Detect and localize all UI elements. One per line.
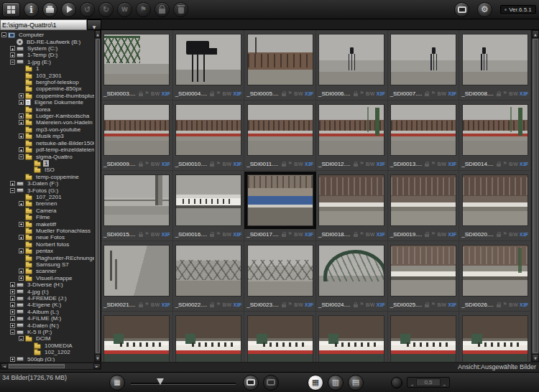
scrollbar-thumb[interactable] [96, 39, 100, 353]
tree-item-label[interactable]: 3-Daten (F:) [26, 180, 60, 187]
thumbnail-cell[interactable]: _SDI0004....⚑B/WX3F [173, 30, 245, 101]
tree-item-label[interactable]: 1-jpg (E:) [26, 59, 52, 65]
tree-item-label[interactable]: Plaghunter-REchnungen [34, 255, 94, 261]
view-thumbnails-button[interactable]: ▦ [308, 375, 323, 391]
tree-item[interactable]: Visuell-mappe [0, 275, 94, 281]
collapse-icon[interactable] [10, 60, 15, 65]
expand-icon[interactable] [10, 181, 15, 186]
thumbnail-cell[interactable]: _SDI0019....⚑B/WX3F [388, 171, 460, 241]
tree-item[interactable]: Malereien-von-Hadeln [0, 119, 94, 126]
thumbnail-cell[interactable]: _SDI0008....⚑B/WX3F [459, 30, 531, 101]
zoom-increase-button[interactable] [441, 376, 449, 389]
expand-icon[interactable] [19, 120, 24, 125]
slideshow-button[interactable] [61, 2, 76, 17]
tree-item[interactable]: 1-jpg (E:) [0, 59, 94, 65]
tree-item-label[interactable]: neue Fotos [34, 234, 66, 241]
thumbnail-image[interactable] [175, 104, 241, 156]
thumbnail-cell[interactable]: _SDI0016....⚑B/WX3F [173, 171, 245, 241]
tree-item-label[interactable]: korea [34, 106, 52, 113]
thumbnail-image[interactable] [175, 34, 241, 85]
browse-button[interactable] [2, 2, 20, 17]
thumbnail-image[interactable] [390, 104, 456, 156]
collapse-icon[interactable] [10, 188, 15, 193]
tree-item[interactable]: Camera [0, 207, 94, 214]
folder-path-input[interactable] [0, 19, 87, 30]
expand-icon[interactable] [10, 309, 15, 314]
display-button[interactable] [454, 2, 469, 17]
thumbnail-cell[interactable]: _SDI0005....⚑B/WX3F [244, 30, 316, 101]
thumbnail-image[interactable] [318, 104, 384, 156]
tree-item[interactable]: neue Fotos [0, 234, 94, 241]
tree-item[interactable]: Norbert fotos [0, 241, 94, 248]
tree-item[interactable]: 100MEDIA [0, 342, 94, 349]
tree-item-label[interactable]: sigma-Quattro [34, 154, 74, 160]
path-dropdown-button[interactable] [87, 19, 101, 30]
expand-icon[interactable] [10, 357, 15, 362]
expand-icon[interactable] [19, 113, 24, 118]
thumbnail-size-small-button[interactable]: ▦ [109, 375, 125, 391]
thumbnail-image[interactable] [462, 34, 528, 85]
tree-item-label[interactable]: mp3-von-youtube [34, 126, 82, 133]
expand-icon[interactable] [10, 282, 15, 287]
tree-item-label[interactable]: 4-FILME (M:) [26, 315, 63, 322]
tree-item[interactable]: 3-Fotos (G:) [0, 187, 94, 193]
tree-item-label[interactable]: 4-Album (L:) [26, 309, 60, 315]
expand-icon[interactable] [19, 147, 24, 152]
thumbnail-cell[interactable] [101, 312, 173, 362]
expand-icon[interactable] [19, 134, 24, 139]
tree-item[interactable]: mp3-von-youtube [0, 126, 94, 133]
tree-item[interactable]: 500gb (O:) [0, 356, 94, 363]
tree-item-label[interactable]: berghof-teleskop [34, 79, 80, 85]
scroll-down-arrow-icon[interactable] [532, 354, 539, 362]
thumbnail-cell[interactable]: _SDI0017....⚑B/WX3F [244, 171, 316, 241]
review-window-button[interactable] [243, 375, 259, 391]
thumbnail-image[interactable] [318, 34, 384, 85]
tree-item[interactable]: BD-RE-Laufwerk (B:) [0, 38, 94, 45]
grid-vertical-scrollbar[interactable] [531, 30, 539, 362]
tree-item-label[interactable]: temp-coppemine [34, 174, 80, 180]
thumbnail-cell[interactable] [244, 312, 316, 362]
thumbnail-image[interactable] [390, 34, 456, 85]
thumbnail-cell[interactable]: _SDI0014....⚑B/WX3F [459, 101, 531, 171]
tree-item[interactable]: netsuke-alle-Bilder1500x1 [0, 140, 94, 146]
thumbnail-image[interactable] [390, 174, 456, 226]
thumbnail-image[interactable] [462, 104, 528, 156]
view-details-button[interactable]: ▤ [348, 375, 364, 391]
thumbnail-image[interactable] [462, 315, 528, 362]
tree-item[interactable]: 4-jpg (I:) [0, 288, 94, 294]
thumbnail-cell[interactable]: _SDI0007....⚑B/WX3F [388, 30, 460, 101]
thumbnail-cell[interactable]: _SDI0023....⚑B/WX3F [244, 241, 316, 312]
expand-icon[interactable] [19, 269, 24, 274]
tree-item[interactable]: pentax [0, 248, 94, 254]
tree-item[interactable]: sigma-Quattro [0, 153, 94, 159]
tree-item-label[interactable]: coppemine-thumbsplus [34, 93, 94, 99]
tree-item[interactable]: coppemine-850px [0, 85, 94, 92]
tree-item-label[interactable]: 4-Daten (N:) [26, 322, 60, 329]
scroll-up-arrow-icon[interactable] [95, 30, 101, 38]
thumbnail-image[interactable] [103, 104, 170, 156]
thumbnail-image[interactable] [462, 174, 528, 226]
settings-button[interactable]: ⚙ [477, 2, 492, 17]
tree-item-label[interactable]: 4-jpg (I:) [26, 289, 50, 295]
expand-icon[interactable] [19, 248, 24, 253]
tree-item[interactable]: Ludger-Kambodscha [0, 113, 94, 119]
tree-item[interactable]: 1 [0, 65, 94, 72]
tree-item[interactable]: 4-Eigene (K:) [0, 302, 94, 308]
delete-button[interactable] [173, 2, 188, 17]
tree-item-label[interactable]: 1 [43, 160, 49, 167]
thumbnail-image[interactable] [318, 245, 384, 297]
thumbnail-cell[interactable]: _SDI0009....⚑B/WX3F [101, 101, 173, 171]
tree-item[interactable]: Mueller Fotonachlass [0, 228, 94, 234]
expand-icon[interactable] [19, 201, 24, 206]
thumbnail-image[interactable] [103, 315, 170, 362]
thumbnail-image[interactable] [247, 245, 313, 297]
tree-item[interactable]: K-5 II (P:) [0, 329, 94, 335]
tree-item[interactable]: korea [0, 106, 94, 112]
tree-item-label[interactable]: ISO [43, 167, 56, 173]
tree-item-label[interactable]: scanner [34, 268, 57, 274]
tree-item[interactable]: 107_2201 [0, 194, 94, 200]
white-balance-button[interactable]: W [117, 2, 132, 17]
thumbnail-cell[interactable]: _SDI0026....⚑B/WX3F [459, 241, 531, 312]
tree-vertical-scrollbar[interactable] [94, 30, 101, 362]
thumbnail-image[interactable] [103, 34, 170, 85]
